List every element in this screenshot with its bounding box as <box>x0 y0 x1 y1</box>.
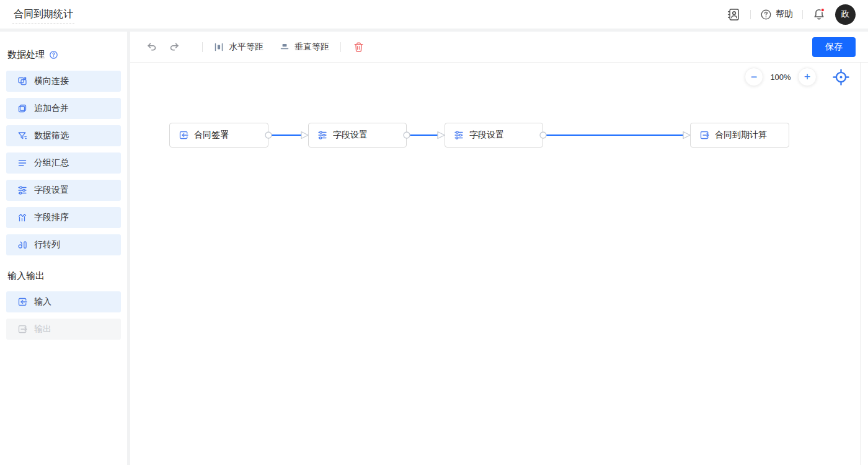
sidebar-item-label: 字段排序 <box>34 212 69 223</box>
section-title-data-processing: 数据处理 <box>7 49 45 61</box>
sidebar-item-field-sort[interactable]: 字段排序 <box>6 207 121 228</box>
node-label: 合同签署 <box>194 130 229 141</box>
zoom-level: 100% <box>763 73 798 82</box>
horizontal-distribute-label: 水平等距 <box>229 42 264 53</box>
group-summary-icon <box>17 158 27 168</box>
delete-trash-icon[interactable] <box>353 42 364 52</box>
section-help-icon[interactable] <box>49 50 58 60</box>
join-icon <box>17 76 27 86</box>
sidebar-item-label: 输出 <box>34 324 51 335</box>
sidebar-item-label: 追加合并 <box>34 103 69 114</box>
toolbar-divider <box>202 42 203 52</box>
sidebar-item-label: 字段设置 <box>34 185 69 196</box>
sidebar-item-label: 输入 <box>34 296 51 307</box>
filter-icon <box>17 131 27 141</box>
zoom-in-button[interactable]: + <box>798 68 817 86</box>
redo-icon[interactable] <box>169 42 180 52</box>
export-icon <box>699 130 709 140</box>
sidebar-item-filter[interactable]: 数据筛选 <box>6 125 121 146</box>
node-label: 合同到期计算 <box>715 130 767 141</box>
sidebar-item-label: 行转列 <box>34 239 60 250</box>
flow-node-field-settings-1[interactable]: 字段设置 <box>308 123 407 148</box>
sidebar-item-append-merge[interactable]: 追加合并 <box>6 98 121 119</box>
undo-icon[interactable] <box>146 42 157 52</box>
sidebar-item-label: 横向连接 <box>34 76 69 87</box>
sidebar-item-join[interactable]: 横向连接 <box>6 71 121 92</box>
vertical-distribute-label: 垂直等距 <box>294 42 329 53</box>
page-title[interactable]: 合同到期统计 <box>12 9 74 24</box>
vertical-distribute-button[interactable]: 垂直等距 <box>280 42 329 53</box>
sidebar: 数据处理 横向连接 <box>0 32 130 465</box>
append-merge-icon <box>17 104 27 113</box>
notification-bell-icon[interactable] <box>812 7 826 21</box>
row-to-column-icon <box>17 240 27 250</box>
output-icon <box>17 324 27 334</box>
flow-node-contract-expiry-calc[interactable]: 合同到期计算 <box>690 123 789 148</box>
import-icon <box>179 130 188 140</box>
locate-crosshair-icon[interactable] <box>833 69 849 86</box>
contact-book-icon[interactable] <box>727 7 741 22</box>
flow-node-contract-signing[interactable]: 合同签署 <box>169 123 268 148</box>
help-button[interactable]: 帮助 <box>760 9 793 20</box>
flow-node-field-settings-2[interactable]: 字段设置 <box>445 123 543 148</box>
sidebar-item-label: 数据筛选 <box>34 130 69 141</box>
zoom-controls: − 100% + <box>745 68 849 86</box>
help-icon <box>760 9 772 20</box>
node-label: 字段设置 <box>469 130 504 141</box>
field-settings-icon <box>17 185 27 195</box>
sidebar-item-group-summary[interactable]: 分组汇总 <box>6 152 121 174</box>
sidebar-item-row-to-column[interactable]: 行转列 <box>6 234 121 255</box>
scrollbar-track[interactable] <box>860 63 868 465</box>
app-header: 合同到期统计 帮助 <box>0 0 868 32</box>
user-avatar[interactable]: 政 <box>835 4 856 25</box>
horizontal-distribute-button[interactable]: 水平等距 <box>214 42 264 53</box>
save-button[interactable]: 保存 <box>812 37 856 57</box>
toolbar-divider <box>340 42 341 52</box>
header-divider <box>750 10 751 19</box>
field-settings-icon <box>317 130 327 140</box>
sidebar-item-output: 输出 <box>6 319 121 340</box>
section-title-input-output: 输入输出 <box>7 270 45 282</box>
flow-canvas[interactable]: − 100% + <box>130 63 868 465</box>
canvas-toolbar: 水平等距 垂直等距 保存 <box>130 32 868 63</box>
sidebar-item-label: 分组汇总 <box>34 157 69 169</box>
help-label: 帮助 <box>776 9 793 20</box>
horizontal-distribute-icon <box>214 42 224 52</box>
sidebar-item-field-settings[interactable]: 字段设置 <box>6 180 121 201</box>
field-sort-icon <box>17 213 27 223</box>
header-divider <box>802 10 803 19</box>
input-icon <box>17 297 27 307</box>
sidebar-item-input[interactable]: 输入 <box>6 291 121 312</box>
vertical-distribute-icon <box>280 42 290 52</box>
field-settings-icon <box>454 130 464 140</box>
zoom-out-button[interactable]: − <box>745 68 763 86</box>
node-label: 字段设置 <box>333 130 368 141</box>
